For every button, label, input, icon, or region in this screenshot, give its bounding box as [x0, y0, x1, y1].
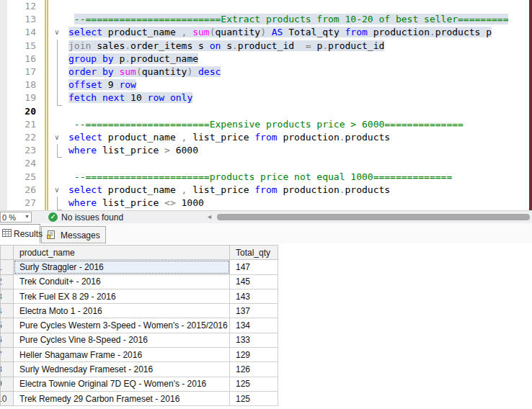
sql-editor[interactable]: 12131415161718192021222324252627 ∨∨∨ --=…	[0, 0, 532, 210]
table-row: 10Trek Remedy 29 Carbon Frameset - 20161…	[1, 391, 278, 405]
code-line[interactable]: select product_name , list_price from pr…	[68, 131, 390, 144]
code-line[interactable]: group by p.product_name	[68, 53, 198, 66]
issues-status-text: No issues found	[61, 212, 123, 223]
total-qty-cell[interactable]: 125	[230, 391, 278, 405]
line-number: 19	[25, 91, 36, 104]
tab-messages[interactable]: Messages	[41, 226, 106, 243]
code-line[interactable]: select product_name , sum(quantity) AS T…	[68, 26, 492, 39]
total-qty-cell[interactable]: 137	[230, 304, 278, 318]
code-line[interactable]: where list_price > 6000	[68, 144, 198, 157]
line-number: 17	[25, 66, 36, 78]
row-number-cell[interactable]: 2	[1, 274, 14, 289]
horizontal-scrollbar-thumb[interactable]	[217, 214, 530, 220]
fold-collapse-icon[interactable]: ∨	[53, 185, 61, 195]
line-number: 13	[25, 13, 36, 26]
line-number: 16	[25, 53, 36, 66]
row-number-cell[interactable]: 8	[1, 362, 14, 377]
code-line[interactable]: where list_price <> 1000	[68, 197, 204, 210]
column-header-total-qty[interactable]: Total_qty	[230, 246, 278, 260]
line-number: 26	[25, 184, 36, 197]
fold-end-tick	[57, 105, 62, 106]
change-tracking-bar	[45, 0, 46, 210]
table-row: 1Surly Straggler - 2016147	[1, 260, 278, 274]
product-name-cell[interactable]: Heller Shagamaw Frame - 2016	[14, 348, 230, 362]
fold-collapse-icon[interactable]: ∨	[53, 132, 61, 143]
total-qty-cell[interactable]: 133	[230, 333, 278, 347]
row-number-cell[interactable]: 1	[1, 260, 14, 274]
line-number: 21	[25, 118, 36, 131]
line-number: 14	[25, 26, 36, 39]
total-qty-cell[interactable]: 145	[230, 274, 278, 289]
fold-guide-line	[57, 197, 58, 210]
code-line[interactable]: --======================products price n…	[68, 171, 452, 184]
total-qty-cell[interactable]: 143	[230, 289, 278, 303]
row-header-corner[interactable]	[1, 246, 14, 260]
total-qty-cell[interactable]: 126	[230, 362, 278, 377]
row-number-cell[interactable]: 3	[1, 289, 14, 303]
fold-guide-line	[57, 40, 58, 105]
table-row: 2Trek Conduit+ - 2016145	[1, 274, 278, 289]
code-area[interactable]: --========================Extract produc…	[68, 0, 529, 210]
fold-collapse-icon[interactable]: ∨	[53, 27, 61, 37]
product-name-cell[interactable]: Electra Moto 1 - 2016	[14, 304, 230, 318]
total-qty-cell[interactable]: 134	[230, 318, 278, 333]
code-line[interactable]: fetch next 10 row only	[68, 91, 192, 104]
line-number: 27	[25, 197, 36, 210]
results-grid-pane: product_name Total_qty 1Surly Straggler …	[0, 243, 532, 409]
row-number-cell[interactable]: 9	[1, 377, 14, 391]
product-name-cell[interactable]: Pure Cycles Vine 8-Speed - 2016	[14, 333, 230, 347]
fold-end-tick	[57, 157, 62, 158]
code-line[interactable]: --======================Expensive produc…	[68, 118, 464, 131]
total-qty-cell[interactable]: 129	[230, 348, 278, 362]
editor-margin	[0, 0, 7, 210]
zoom-level-value: 0 %	[2, 213, 16, 222]
product-name-cell[interactable]: Trek Fuel EX 8 29 - 2016	[14, 289, 230, 303]
column-header-product-name[interactable]: product_name	[14, 246, 230, 260]
code-line[interactable]: --========================Extract produc…	[68, 13, 508, 26]
code-folding-column[interactable]: ∨∨∨	[50, 0, 68, 210]
line-number-gutter: 12131415161718192021222324252627	[7, 0, 37, 210]
row-number-cell[interactable]: 10	[1, 391, 14, 405]
product-name-cell[interactable]: Surly Wednesday Frameset - 2016	[14, 362, 230, 377]
messages-icon	[46, 230, 56, 242]
table-row: 4Electra Moto 1 - 2016137	[1, 304, 278, 318]
product-name-cell[interactable]: Electra Townie Original 7D EQ - Women's …	[14, 377, 230, 391]
product-name-cell[interactable]: Surly Straggler - 2016	[14, 260, 230, 274]
product-name-cell[interactable]: Trek Remedy 29 Carbon Frameset - 2016	[14, 391, 230, 405]
product-name-cell[interactable]: Trek Conduit+ - 2016	[14, 274, 230, 289]
total-qty-cell[interactable]: 147	[230, 260, 278, 274]
row-number-cell[interactable]: 5	[1, 318, 14, 333]
product-name-cell[interactable]: Pure Cycles Western 3-Speed - Women's - …	[14, 318, 230, 333]
code-line[interactable]: offset 9 row	[68, 78, 136, 91]
zoom-level-combobox[interactable]: 0 % ▼	[0, 212, 32, 223]
table-header-row: product_name Total_qty	[1, 246, 278, 260]
line-number: 22	[25, 131, 36, 144]
code-line[interactable]: order by sum(quantity) desc	[68, 66, 221, 78]
code-line[interactable]: join sales.order_items s on s.product_id…	[68, 40, 384, 53]
code-line[interactable]: select product_name , list_price from pr…	[68, 184, 390, 197]
line-number: 25	[25, 171, 36, 184]
table-row: 6Pure Cycles Vine 8-Speed - 2016133	[1, 333, 278, 347]
row-number-cell[interactable]: 4	[1, 304, 14, 318]
line-number: 15	[25, 40, 36, 53]
fold-guide-line	[57, 144, 58, 157]
no-issues-check-icon: ✓	[48, 212, 58, 222]
table-row: 9Electra Townie Original 7D EQ - Women's…	[1, 377, 278, 391]
table-row: 5Pure Cycles Western 3-Speed - Women's -…	[1, 318, 278, 333]
chevron-down-icon: ▼	[25, 214, 30, 219]
line-number: 18	[25, 78, 36, 91]
tab-results[interactable]: Results	[0, 224, 40, 243]
line-number: 24	[25, 157, 36, 170]
total-qty-cell[interactable]: 125	[230, 377, 278, 391]
scrollbar-edge-strip[interactable]	[529, 0, 532, 210]
line-number: 20	[25, 105, 36, 118]
line-number: 12	[25, 0, 36, 13]
row-number-cell[interactable]: 7	[1, 348, 14, 362]
scroll-left-arrow-icon[interactable]: ◄	[206, 213, 213, 221]
tab-results-label: Results	[14, 229, 43, 239]
editor-status-bar: 0 % ▼ ✓ No issues found ◄	[0, 210, 532, 223]
row-number-cell[interactable]: 6	[1, 333, 14, 347]
results-grid-icon	[2, 228, 12, 240]
results-tab-strip: Results Messages	[0, 223, 532, 243]
change-tracking-bar	[47, 0, 48, 210]
